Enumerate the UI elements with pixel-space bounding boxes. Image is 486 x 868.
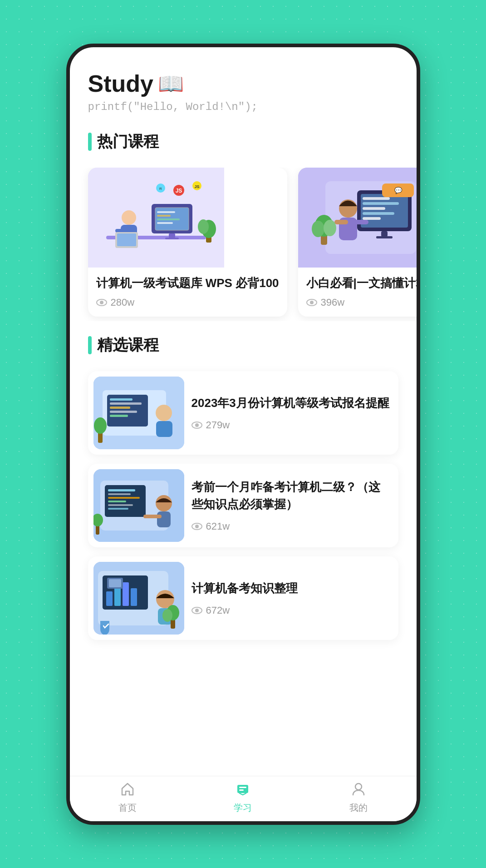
svg-rect-81 (131, 588, 137, 606)
eye-icon-1 (96, 299, 107, 306)
subtitle-text: printf("Hello, World!\n"); (88, 101, 398, 113)
home-svg (120, 781, 135, 797)
svg-rect-13 (115, 229, 128, 233)
svg-text:JS: JS (194, 184, 199, 189)
eye-icon-list-3 (191, 607, 202, 614)
page-title: Study 📖 (88, 70, 398, 97)
svg-rect-32 (363, 212, 394, 215)
svg-rect-53 (110, 402, 142, 405)
hot-course-views-count-1: 280w (111, 297, 135, 308)
nav-profile[interactable]: 我的 (349, 779, 368, 814)
svg-point-60 (94, 417, 107, 434)
bottom-navigation: 首页 学习 我的 (70, 776, 417, 821)
eye-icon-list-2 (191, 523, 202, 530)
svg-rect-67 (108, 501, 126, 502)
nav-home[interactable]: 首页 (118, 779, 137, 814)
hot-course-card-1[interactable]: JS JS R 计算机一级考试题库 WPS 必背100 (88, 168, 287, 317)
hot-course-body-1: 计算机一级考试题库 WPS 必背100 280w (88, 268, 287, 317)
profile-svg (351, 781, 366, 797)
svg-rect-78 (106, 591, 113, 606)
svg-rect-72 (143, 515, 162, 518)
selected-course-body-2: 考前一个月咋备考计算机二级？（这些知识点必须掌握） 621w (190, 471, 398, 540)
svg-rect-52 (110, 398, 133, 401)
selected-thumb-1 (93, 377, 184, 449)
nav-home-label: 首页 (118, 802, 137, 814)
nav-profile-label: 我的 (349, 802, 368, 814)
svg-point-42 (312, 221, 324, 237)
header: Study 📖 printf("Hello, World!\n"); (70, 47, 417, 118)
svg-rect-55 (110, 411, 137, 413)
svg-point-57 (156, 405, 172, 421)
svg-text:R: R (159, 187, 162, 191)
svg-rect-29 (363, 197, 390, 200)
svg-point-43 (324, 220, 336, 236)
selected-course-card-1[interactable]: 2023年3月份计算机等级考试报名提醒 279w (88, 371, 398, 455)
scroll-content: Study 📖 printf("Hello, World!\n"); 热门课程 (70, 47, 417, 821)
svg-rect-79 (114, 587, 121, 606)
hot-course-views-2: 396w (306, 297, 417, 308)
hot-courses-title: 热门课程 (88, 131, 398, 152)
svg-rect-83 (109, 579, 121, 587)
selected-course-views-count-1: 279w (206, 419, 230, 431)
nav-study[interactable]: 学习 (233, 779, 253, 814)
profile-icon (349, 779, 368, 799)
svg-rect-10 (165, 238, 179, 239)
selected-course-card-3[interactable]: 计算机备考知识整理 672w (88, 556, 398, 640)
hot-course-title-1: 计算机一级考试题库 WPS 必背100 (96, 275, 279, 291)
svg-rect-89 (237, 785, 248, 793)
svg-rect-71 (157, 511, 171, 527)
svg-rect-58 (156, 421, 172, 437)
svg-point-92 (355, 784, 362, 790)
svg-rect-54 (110, 407, 130, 409)
selected-course-body-3: 计算机备考知识整理 672w (190, 572, 398, 625)
book-icon: 📖 (158, 71, 184, 96)
selected-courses-section: 精选课程 (70, 321, 417, 371)
selected-illus-2 (93, 469, 184, 542)
svg-rect-5 (157, 211, 175, 213)
selected-course-title-1: 2023年3月份计算机等级考试报名提醒 (191, 395, 390, 412)
svg-rect-39 (355, 220, 368, 224)
svg-rect-91 (239, 789, 244, 791)
svg-rect-64 (108, 489, 135, 491)
svg-rect-69 (108, 508, 128, 510)
selected-courses-list: 2023年3月份计算机等级考试报名提醒 279w (70, 371, 417, 640)
svg-point-24 (198, 219, 209, 234)
selected-thumb-2 (93, 469, 184, 542)
svg-rect-31 (363, 207, 385, 210)
study-icon (233, 779, 253, 799)
selected-course-title-2: 考前一个月咋备考计算机二级？（这些知识点必须掌握） (191, 479, 390, 513)
selected-course-body-1: 2023年3月份计算机等级考试报名提醒 279w (190, 387, 398, 439)
selected-illus-3 (93, 562, 184, 635)
hot-course-illus-1: JS JS R (88, 168, 224, 268)
hot-label: 热门课程 (97, 131, 159, 152)
study-svg (235, 781, 250, 797)
hot-course-thumb-2: 💬 (298, 168, 417, 268)
svg-rect-90 (239, 787, 246, 788)
selected-course-views-2: 621w (191, 521, 390, 532)
hot-courses-list[interactable]: JS JS R 计算机一级考试题库 WPS 必背100 (70, 168, 417, 321)
hot-course-illus-2: 💬 (298, 168, 417, 268)
phone-frame: Study 📖 printf("Hello, World!\n"); 热门课程 (66, 44, 420, 825)
svg-rect-38 (334, 220, 348, 224)
selected-label: 精选课程 (97, 335, 159, 356)
selected-course-title-3: 计算机备考知识整理 (191, 580, 390, 597)
svg-rect-65 (108, 493, 131, 495)
selected-illus-1 (93, 377, 184, 449)
eye-icon-list-1 (191, 422, 202, 429)
selected-course-card-2[interactable]: 考前一个月咋备考计算机二级？（这些知识点必须掌握） 621w (88, 464, 398, 547)
selected-course-views-count-3: 672w (206, 605, 230, 616)
selected-course-views-3: 672w (191, 605, 390, 616)
svg-rect-34 (381, 231, 388, 237)
svg-rect-33 (363, 217, 381, 220)
hot-course-views-1: 280w (96, 297, 279, 308)
svg-rect-30 (363, 202, 399, 205)
hot-courses-section: 热门课程 (70, 118, 417, 168)
svg-rect-9 (169, 233, 175, 238)
hot-course-thumb-1: JS JS R (88, 168, 224, 268)
svg-point-70 (156, 495, 172, 511)
selected-thumb-3 (93, 562, 184, 635)
svg-text:💬: 💬 (394, 187, 402, 194)
hot-course-card-2[interactable]: 💬 小白必看|一文搞懂计算机二级考试 396w (298, 168, 417, 317)
svg-rect-15 (117, 233, 136, 246)
hot-course-views-count-2: 396w (321, 297, 345, 308)
